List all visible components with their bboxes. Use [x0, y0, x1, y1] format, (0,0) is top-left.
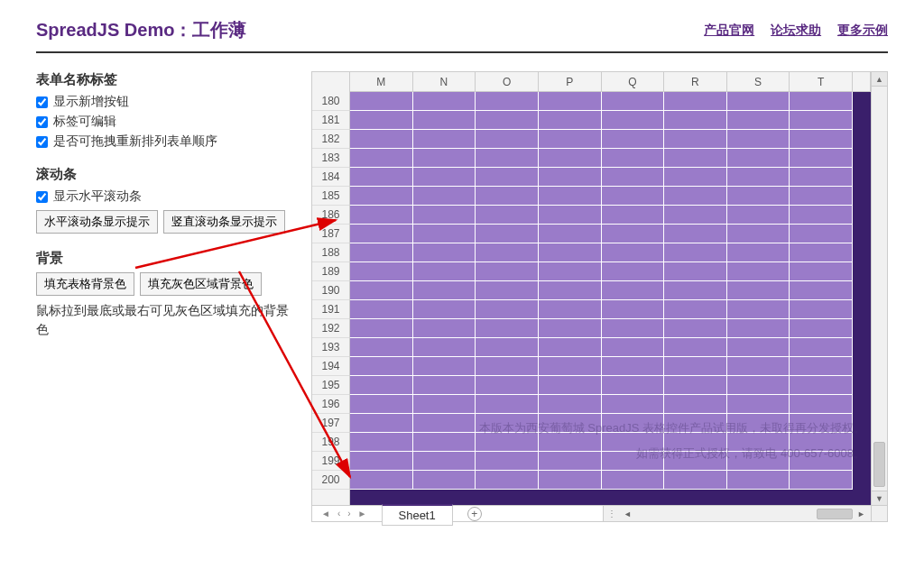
- cell[interactable]: [727, 262, 790, 281]
- cell[interactable]: [790, 300, 853, 319]
- cell[interactable]: [350, 433, 413, 452]
- link-examples[interactable]: 更多示例: [837, 23, 888, 37]
- vscroll-thumb[interactable]: [873, 442, 885, 487]
- cell[interactable]: [476, 130, 539, 149]
- cell[interactable]: [727, 338, 790, 357]
- row-header-197[interactable]: 197: [312, 414, 350, 433]
- cell[interactable]: [476, 300, 539, 319]
- cell[interactable]: [350, 281, 413, 300]
- new-sheet-button[interactable]: +: [467, 507, 482, 521]
- cell[interactable]: [476, 452, 539, 471]
- check-show-hscroll[interactable]: 显示水平滚动条: [36, 188, 293, 205]
- row-header-183[interactable]: 183: [312, 149, 350, 168]
- cell[interactable]: [413, 452, 476, 471]
- cell[interactable]: [350, 395, 413, 414]
- cell[interactable]: [476, 168, 539, 187]
- row-header-195[interactable]: 195: [312, 376, 350, 395]
- row-header-187[interactable]: 187: [312, 225, 350, 243]
- cell[interactable]: [664, 243, 727, 262]
- cell[interactable]: [664, 300, 727, 319]
- cell[interactable]: [727, 206, 790, 225]
- cell[interactable]: [539, 395, 602, 414]
- cell[interactable]: [413, 414, 476, 433]
- cell[interactable]: [413, 206, 476, 225]
- cell[interactable]: [602, 111, 665, 130]
- cell[interactable]: [413, 92, 476, 111]
- cell[interactable]: [539, 225, 602, 243]
- cell[interactable]: [790, 262, 853, 281]
- cell[interactable]: [413, 281, 476, 300]
- cell[interactable]: [413, 243, 476, 262]
- row-header-191[interactable]: 191: [312, 300, 350, 319]
- cell[interactable]: [350, 92, 413, 111]
- cell[interactable]: [602, 262, 665, 281]
- link-forum[interactable]: 论坛求助: [771, 23, 821, 37]
- cell[interactable]: [790, 206, 853, 225]
- cell[interactable]: [664, 414, 727, 433]
- cell[interactable]: [413, 300, 476, 319]
- cell[interactable]: [350, 262, 413, 281]
- cell[interactable]: [664, 206, 727, 225]
- row-header-196[interactable]: 196: [312, 395, 350, 414]
- cell[interactable]: [727, 168, 790, 187]
- row-header-193[interactable]: 193: [312, 338, 350, 357]
- cell[interactable]: [413, 149, 476, 168]
- cell[interactable]: [476, 187, 539, 206]
- column-header-P[interactable]: P: [539, 72, 602, 91]
- cell[interactable]: [664, 395, 727, 414]
- cell[interactable]: [476, 338, 539, 357]
- cell[interactable]: [790, 338, 853, 357]
- cell[interactable]: [790, 281, 853, 300]
- check-show-new-btn[interactable]: 显示新增按钮: [36, 94, 293, 110]
- cell[interactable]: [727, 111, 790, 130]
- column-header-Q[interactable]: Q: [602, 72, 665, 91]
- cell[interactable]: [664, 92, 727, 111]
- cell[interactable]: [539, 130, 602, 149]
- cell[interactable]: [602, 471, 665, 490]
- cell[interactable]: [790, 471, 853, 490]
- cell[interactable]: [790, 92, 853, 111]
- cell[interactable]: [539, 452, 602, 471]
- column-header-M[interactable]: M: [350, 72, 413, 91]
- cell[interactable]: [476, 262, 539, 281]
- cell[interactable]: [413, 319, 476, 338]
- cell[interactable]: [413, 130, 476, 149]
- cell[interactable]: [539, 262, 602, 281]
- cell[interactable]: [350, 149, 413, 168]
- cell[interactable]: [539, 433, 602, 452]
- vertical-scrollbar[interactable]: ▲ ▼: [871, 72, 887, 505]
- cell[interactable]: [413, 111, 476, 130]
- cell[interactable]: [602, 187, 665, 206]
- fill-gray-bg-button[interactable]: 填充灰色区域背景色: [140, 272, 262, 296]
- cell[interactable]: [602, 414, 665, 433]
- cell[interactable]: [476, 225, 539, 243]
- cell[interactable]: [727, 471, 790, 490]
- spreadsheet[interactable]: MNOPQRST 1801811821831841851861871881891…: [311, 71, 888, 522]
- cell[interactable]: [539, 187, 602, 206]
- sheet-tab-sheet1[interactable]: Sheet1: [382, 504, 453, 526]
- column-header-O[interactable]: O: [476, 72, 539, 91]
- cell[interactable]: [539, 206, 602, 225]
- cell[interactable]: [602, 281, 665, 300]
- cell[interactable]: [790, 319, 853, 338]
- cell[interactable]: [602, 206, 665, 225]
- cell[interactable]: [602, 300, 665, 319]
- cell[interactable]: [476, 414, 539, 433]
- cell[interactable]: [602, 168, 665, 187]
- cell[interactable]: [602, 376, 665, 395]
- cell[interactable]: [790, 433, 853, 452]
- cell[interactable]: [727, 225, 790, 243]
- cell[interactable]: [539, 414, 602, 433]
- row-header-186[interactable]: 186: [312, 206, 350, 225]
- cell[interactable]: [664, 471, 727, 490]
- cell[interactable]: [664, 149, 727, 168]
- cell[interactable]: [539, 281, 602, 300]
- cell[interactable]: [790, 452, 853, 471]
- select-all-corner[interactable]: [312, 72, 350, 92]
- checkbox-show-new-btn[interactable]: [36, 96, 48, 108]
- row-header-194[interactable]: 194: [312, 357, 350, 376]
- checkbox-show-hscroll[interactable]: [36, 191, 48, 203]
- cell[interactable]: [476, 281, 539, 300]
- cell[interactable]: [664, 433, 727, 452]
- checkbox-drag-reorder[interactable]: [36, 136, 48, 148]
